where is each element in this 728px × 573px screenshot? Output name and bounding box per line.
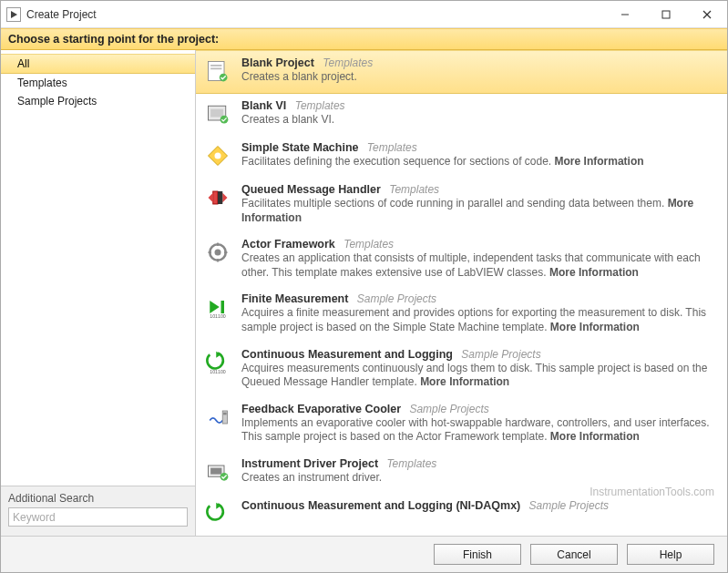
svg-rect-28 xyxy=(210,468,221,475)
close-button[interactable] xyxy=(686,1,727,27)
template-desc: Creates a blank VI. xyxy=(241,113,718,128)
svg-rect-26 xyxy=(223,413,227,415)
window-buttons xyxy=(604,1,727,27)
template-desc: Facilitates multiple sections of code ru… xyxy=(241,197,718,225)
more-info-link[interactable]: More Information xyxy=(550,321,640,333)
template-title: Actor Framework xyxy=(241,238,335,251)
left-panel: All Templates Sample Projects Additional… xyxy=(1,50,196,536)
more-info-link[interactable]: More Information xyxy=(555,155,644,168)
svg-rect-2 xyxy=(662,11,670,18)
help-button[interactable]: Help xyxy=(627,544,714,565)
instruction-banner: Choose a starting point for the project: xyxy=(1,28,727,50)
finish-button[interactable]: Finish xyxy=(434,544,521,565)
svg-marker-0 xyxy=(11,11,17,18)
state-machine-icon xyxy=(203,141,232,170)
template-instrument-driver[interactable]: Instrument Driver Project Templates Crea… xyxy=(196,452,727,494)
template-title: Simple State Machine xyxy=(241,141,359,154)
queued-handler-icon xyxy=(203,183,232,212)
svg-marker-16 xyxy=(222,193,227,203)
svg-text:101100: 101100 xyxy=(210,369,226,374)
category-templates[interactable]: Templates xyxy=(1,74,195,92)
main-area: All Templates Sample Projects Additional… xyxy=(1,50,727,536)
template-category: Templates xyxy=(386,457,436,470)
template-category: Templates xyxy=(295,99,345,112)
footer: Finish Cancel Help xyxy=(1,536,727,572)
svg-rect-21 xyxy=(221,301,225,313)
template-list[interactable]: Blank Project Templates Creates a blank … xyxy=(196,50,727,536)
template-desc: Acquires a finite measurement and provid… xyxy=(241,306,718,334)
blank-vi-icon xyxy=(203,99,232,128)
template-desc: Creates a blank project. xyxy=(241,70,718,85)
finite-measurement-icon: 101100 xyxy=(203,292,232,322)
template-desc: Facilitates defining the execution seque… xyxy=(241,155,718,169)
template-title: Continuous Measurement and Logging xyxy=(241,348,453,361)
blank-project-icon xyxy=(203,56,232,86)
evaporative-cooler-icon xyxy=(203,403,232,432)
svg-rect-6 xyxy=(210,65,221,67)
more-info-link[interactable]: More Information xyxy=(420,375,509,388)
template-title: Feedback Evaporative Cooler xyxy=(241,403,401,415)
svg-rect-7 xyxy=(210,68,221,70)
category-list: All Templates Sample Projects xyxy=(1,50,195,486)
svg-marker-20 xyxy=(210,301,220,313)
template-title: Instrument Driver Project xyxy=(241,457,378,470)
template-title: Continuous Measurement and Logging (NI-D… xyxy=(241,499,520,512)
cancel-button[interactable]: Cancel xyxy=(530,544,618,565)
template-category: Templates xyxy=(367,141,417,154)
svg-point-13 xyxy=(215,153,221,159)
template-continuous-daqmx[interactable]: Continuous Measurement and Logging (NI-D… xyxy=(196,494,727,528)
search-label: Additional Search xyxy=(8,492,188,505)
template-title: Blank VI xyxy=(241,99,286,112)
template-blank-project[interactable]: Blank Project Templates Creates a blank … xyxy=(196,50,727,94)
template-finite-measurement[interactable]: 101100 Finite Measurement Sample Project… xyxy=(196,287,727,342)
continuous-daq-icon xyxy=(203,499,232,528)
svg-rect-17 xyxy=(218,191,222,204)
template-desc: Acquires measurements continuously and l… xyxy=(241,362,718,390)
more-info-link[interactable]: More Information xyxy=(549,266,639,279)
template-queued-message-handler[interactable]: Queued Message Handler Templates Facilit… xyxy=(196,178,727,232)
minimize-button[interactable] xyxy=(604,1,645,27)
svg-rect-14 xyxy=(213,191,218,204)
instrument-driver-icon xyxy=(203,457,232,486)
template-title: Blank Project xyxy=(241,56,314,69)
template-title: Queued Message Handler xyxy=(241,183,381,196)
template-category: Sample Projects xyxy=(461,348,540,361)
category-all[interactable]: All xyxy=(1,54,195,74)
titlebar: Create Project xyxy=(1,1,727,28)
template-continuous-measurement[interactable]: 101100 Continuous Measurement and Loggin… xyxy=(196,343,727,397)
app-icon xyxy=(6,7,21,22)
template-category: Templates xyxy=(389,183,439,196)
category-sample-projects[interactable]: Sample Projects xyxy=(1,92,195,110)
actor-framework-icon xyxy=(203,238,232,267)
template-category: Templates xyxy=(343,238,394,251)
more-info-link[interactable]: More Information xyxy=(550,430,640,443)
search-panel: Additional Search xyxy=(1,486,195,536)
template-category: Sample Projects xyxy=(409,403,488,415)
template-category: Sample Projects xyxy=(357,292,436,305)
search-input[interactable] xyxy=(8,507,188,527)
template-simple-state-machine[interactable]: Simple State Machine Templates Facilitat… xyxy=(196,136,727,178)
template-desc: Creates an application that consists of … xyxy=(241,251,718,280)
template-blank-vi[interactable]: Blank VI Templates Creates a blank VI. xyxy=(196,94,727,136)
svg-rect-10 xyxy=(210,109,223,118)
template-desc: Creates an instrument driver. xyxy=(241,471,718,486)
template-category: Templates xyxy=(323,56,373,69)
window-title: Create Project xyxy=(26,8,97,21)
svg-point-19 xyxy=(215,250,221,256)
template-desc: Implements an evaporative cooler with ho… xyxy=(241,416,718,445)
template-feedback-evaporative-cooler[interactable]: Feedback Evaporative Cooler Sample Proje… xyxy=(196,397,727,452)
svg-text:101100: 101100 xyxy=(210,314,226,320)
template-title: Finite Measurement xyxy=(241,292,348,305)
maximize-button[interactable] xyxy=(645,1,686,27)
template-category: Sample Projects xyxy=(529,499,609,512)
template-actor-framework[interactable]: Actor Framework Templates Creates an app… xyxy=(196,232,727,287)
svg-marker-15 xyxy=(209,193,213,203)
continuous-log-icon: 101100 xyxy=(203,348,232,377)
